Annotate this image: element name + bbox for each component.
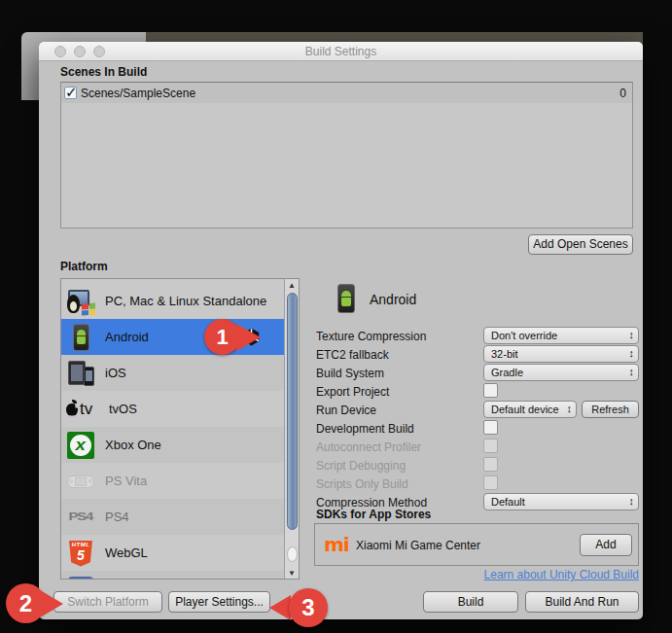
run-device-dropdown[interactable]: Default device (483, 401, 577, 418)
setting-build-system: Build System Gradle (316, 364, 639, 382)
platform-list[interactable]: PC, Mac & Linux Standalone Android (60, 278, 300, 580)
annotation-arrow-right (236, 324, 261, 351)
setting-label: Build System (316, 367, 384, 380)
build-system-dropdown[interactable]: Gradle (483, 364, 639, 381)
android-header-icon (336, 283, 357, 314)
platform-item-label: tvOS (109, 402, 137, 416)
setting-label: ETC2 fallback (316, 348, 389, 362)
scene-row[interactable]: Scenes/SampleScene 0 (61, 83, 632, 103)
scrollbar-knob (287, 546, 298, 562)
tvos-icon: tv (66, 395, 105, 424)
setting-label: Scripts Only Build (316, 477, 408, 491)
window-title: Build Settings (39, 42, 643, 61)
annotation-number: 2 (6, 583, 46, 623)
setting-etc2-fallback: ETC2 fallback 32-bit (316, 345, 639, 364)
setting-scripts-only-build: Scripts Only Build (316, 475, 639, 493)
android-icon (66, 323, 95, 352)
player-settings-button[interactable]: Player Settings... (168, 591, 270, 613)
platform-item-label: Android (105, 330, 149, 344)
setting-export-project: Export Project (316, 382, 639, 401)
panel-title: Android (370, 292, 416, 307)
setting-texture-compression: Texture Compression Don't override (316, 327, 639, 345)
platform-item-label: PC, Mac & Linux Standalone (105, 294, 266, 308)
build-and-run-button[interactable]: Build And Run (525, 591, 639, 613)
xbox-icon: x (66, 431, 95, 460)
add-open-scenes-button[interactable]: Add Open Scenes (528, 234, 633, 255)
build-button[interactable]: Build (423, 591, 518, 613)
setting-run-device: Run Device Default device Refresh (316, 401, 639, 419)
setting-label: Script Debugging (316, 459, 406, 473)
setting-label: Texture Compression (316, 330, 426, 343)
platform-item-ps-vita[interactable]: PS Vita (61, 463, 285, 499)
autoconnect-profiler-checkbox (483, 439, 498, 453)
xiaomi-mi-icon: mi (324, 534, 349, 555)
scripts-only-build-checkbox (483, 475, 498, 490)
setting-autoconnect-profiler: Autoconnect Profiler (316, 438, 639, 456)
etc2-fallback-dropdown[interactable]: 32-bit (483, 345, 639, 363)
scene-build-index: 0 (619, 87, 626, 100)
close-button[interactable] (54, 46, 66, 57)
build-settings-window: Build Settings Scenes In Build Scenes/Sa… (39, 42, 643, 619)
platform-item-tvos[interactable]: tv tvOS (61, 391, 285, 427)
unity-cloud-build-link[interactable]: Learn about Unity Cloud Build (428, 568, 639, 581)
setting-label: Export Project (316, 385, 389, 399)
annotation-number: 1 (204, 319, 240, 355)
platform-item-pc-mac-linux[interactable]: PC, Mac & Linux Standalone (61, 283, 285, 319)
zoom-button[interactable] (93, 46, 105, 57)
setting-development-build: Development Build (316, 419, 639, 438)
scene-label: Scenes/SampleScene (81, 87, 619, 100)
development-build-checkbox[interactable] (483, 420, 498, 435)
sdk-add-button[interactable]: Add (580, 534, 632, 556)
platform-item-xbox-one[interactable]: x Xbox One (61, 427, 285, 463)
setting-label: Run Device (316, 404, 376, 417)
scroll-down-icon[interactable]: ▼ (287, 569, 297, 578)
facebook-icon: f (66, 575, 95, 580)
platform-scrollbar[interactable]: ▲ ▼ (284, 279, 299, 579)
export-project-checkbox[interactable] (483, 383, 498, 398)
pc-mac-linux-icon (66, 287, 95, 316)
platform-item-label: iOS (105, 366, 126, 380)
platform-item-webgl[interactable]: HTML5 WebGL (61, 535, 285, 571)
platform-item-ios[interactable]: iOS (61, 355, 285, 391)
setting-script-debugging: Script Debugging (316, 456, 639, 475)
ios-icon (66, 359, 95, 388)
platform-item-label: Xbox One (105, 438, 161, 452)
scroll-up-icon[interactable]: ▲ (287, 281, 297, 290)
refresh-button[interactable]: Refresh (582, 401, 639, 418)
script-debugging-checkbox (483, 457, 498, 472)
platform-item-label: PS Vita (105, 474, 147, 488)
texture-compression-dropdown[interactable]: Don't override (483, 327, 639, 344)
setting-label: Development Build (316, 422, 414, 436)
minimize-button[interactable] (74, 46, 86, 57)
annotation-arrow-left (269, 595, 291, 620)
scenes-list[interactable]: Scenes/SampleScene 0 (60, 82, 633, 229)
platform-item-facebook[interactable]: f Facebook (61, 571, 285, 580)
scene-checkbox-checked[interactable] (64, 87, 77, 99)
platform-header: Platform (60, 260, 108, 273)
scenes-in-build-header: Scenes In Build (60, 65, 147, 79)
scrollbar-thumb[interactable] (287, 293, 298, 530)
webgl-icon: HTML5 (66, 539, 95, 568)
setting-label: Autoconnect Profiler (316, 440, 421, 454)
psvita-icon (66, 467, 95, 496)
annotation-arrow-right (42, 591, 63, 616)
title-bar[interactable]: Build Settings (39, 42, 643, 61)
compression-method-dropdown[interactable]: Default (483, 493, 639, 510)
platform-item-label: WebGL (105, 545, 148, 560)
switch-platform-button: Switch Platform (53, 591, 162, 613)
sdk-box: mi Xiaomi Mi Game Center Add (314, 523, 639, 566)
platform-item-ps4[interactable]: PS4 PS4 (61, 499, 285, 535)
annotation-number: 3 (289, 588, 328, 627)
sdks-header: SDKs for App Stores (316, 508, 431, 521)
ps4-icon: PS4 (66, 503, 95, 532)
sdk-item-label: Xiaomi Mi Game Center (356, 539, 480, 552)
platform-item-label: PS4 (105, 510, 129, 524)
